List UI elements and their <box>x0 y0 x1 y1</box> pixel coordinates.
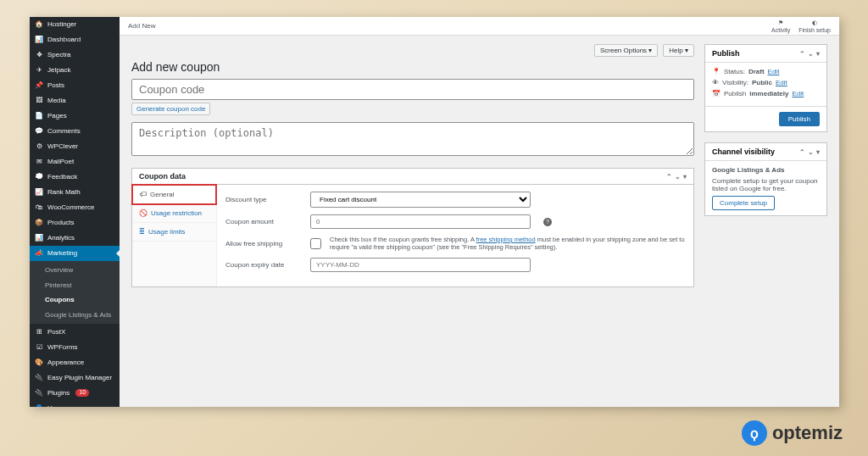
pin-icon: 📍 <box>712 68 721 75</box>
limits-icon: ≣ <box>139 228 145 236</box>
calendar-icon: 📅 <box>712 90 721 97</box>
tab-general[interactable]: 🏷General <box>131 184 217 205</box>
screen-options-button[interactable]: Screen Options ▾ <box>594 44 658 57</box>
sidebar-subitem-coupons[interactable]: Coupons <box>30 292 120 308</box>
page-title: Add new coupon <box>131 60 694 74</box>
menu-icon: 🔌 <box>35 388 43 397</box>
coupon-amount-input[interactable] <box>310 214 531 229</box>
panel-title: Coupon data <box>139 172 186 181</box>
chevron-down-icon[interactable]: ⌄ <box>675 173 681 181</box>
sidebar-item-jetpack[interactable]: ✈Jetpack <box>30 63 120 78</box>
sidebar-item-wpclever[interactable]: ⚙WPClever <box>30 139 120 154</box>
menu-icon: ✈ <box>35 66 43 75</box>
complete-setup-button[interactable]: Complete setup <box>712 196 775 210</box>
tab-usage-restriction[interactable]: 🚫Usage restriction <box>132 204 216 223</box>
menu-icon: 🔌 <box>35 373 43 381</box>
sidebar-item-posts[interactable]: 📌Posts <box>30 78 120 93</box>
top-bar: Add New ⚑Activity ◐Finish setup <box>120 17 839 36</box>
sidebar-item-rank-math[interactable]: 📈Rank Math <box>30 185 120 200</box>
sidebar-item-plugins[interactable]: 🔌Plugins10 <box>30 385 120 400</box>
free-shipping-link[interactable]: free shipping method <box>476 236 536 243</box>
free-shipping-desc: Check this box if the coupon grants free… <box>330 236 685 251</box>
chevron-up-icon[interactable]: ⌃ <box>666 173 672 181</box>
menu-icon: 📄 <box>35 112 43 120</box>
sidebar-item-easy-plugin-manager[interactable]: 🔌Easy Plugin Manager <box>30 370 120 385</box>
menu-icon: 📊 <box>35 36 43 44</box>
generate-coupon-code-button[interactable]: Generate coupon code <box>131 103 210 115</box>
breadcrumb: Add New <box>128 22 155 30</box>
menu-icon: 📦 <box>35 219 43 227</box>
description-textarea[interactable] <box>131 122 694 156</box>
sidebar-item-postx[interactable]: ⊞PostX <box>30 324 120 339</box>
sidebar-item-users[interactable]: 👤Users <box>30 400 120 407</box>
menu-icon: 📣 <box>35 249 43 258</box>
help-icon[interactable] <box>539 218 552 226</box>
toggle-icon[interactable]: ▾ <box>683 173 687 181</box>
menu-icon: 📈 <box>35 188 43 197</box>
menu-icon: ✉ <box>35 158 43 166</box>
sidebar-item-dashboard[interactable]: 📊Dashboard <box>30 32 120 47</box>
menu-icon: ❖ <box>35 51 43 59</box>
sidebar-item-mailpoet[interactable]: ✉MailPoet <box>30 154 120 170</box>
sidebar-item-woocommerce[interactable]: 🛍WooCommerce <box>30 200 120 215</box>
expiry-date-input[interactable] <box>310 258 531 272</box>
publish-panel: Publish ⌃⌄▾ 📍Status: Draft Edit 👁Visibil… <box>704 44 827 132</box>
coupon-amount-label: Coupon amount <box>225 218 302 225</box>
sidebar-item-marketing[interactable]: 📣Marketing <box>30 246 120 261</box>
admin-sidebar: 🏠Hostinger📊Dashboard❖Spectra✈Jetpack📌Pos… <box>30 17 120 407</box>
brand-logo: ϙ optemiz <box>742 420 843 446</box>
sidebar-subitem-google-listings-ads[interactable]: Google Listings & Ads <box>30 308 120 323</box>
sidebar-item-products[interactable]: 📦Products <box>30 215 120 231</box>
free-shipping-checkbox[interactable] <box>310 238 321 249</box>
coupon-code-input[interactable] <box>131 79 694 100</box>
sidebar-item-spectra[interactable]: ❖Spectra <box>30 47 120 63</box>
menu-icon: 🎨 <box>35 358 43 366</box>
discount-type-label: Discount type <box>225 196 302 203</box>
menu-icon: 👤 <box>35 403 43 407</box>
edit-publish-link[interactable]: Edit <box>793 90 804 97</box>
free-shipping-label: Allow free shipping <box>225 240 302 247</box>
sidebar-item-wpforms[interactable]: ☑WPForms <box>30 339 120 354</box>
sidebar-subitem-overview[interactable]: Overview <box>30 263 120 278</box>
menu-icon: 💬 <box>35 127 43 136</box>
tag-icon: 🏷 <box>140 191 147 198</box>
block-icon: 🚫 <box>139 209 147 217</box>
sidebar-item-media[interactable]: 🖼Media <box>30 93 120 108</box>
finish-setup-icon[interactable]: ◐Finish setup <box>798 19 831 33</box>
logo-mark-icon: ϙ <box>742 420 767 446</box>
sidebar-item-pages[interactable]: 📄Pages <box>30 108 120 124</box>
eye-icon: 👁 <box>712 79 719 86</box>
help-button[interactable]: Help ▾ <box>663 44 694 57</box>
sidebar-item-feedback[interactable]: 💭Feedback <box>30 170 120 185</box>
sidebar-item-comments[interactable]: 💬Comments <box>30 124 120 139</box>
menu-icon: 💭 <box>35 173 43 181</box>
channel-visibility-panel: Channel visibility ⌃⌄▾ Google Listings &… <box>704 142 827 216</box>
tab-usage-limits[interactable]: ≣Usage limits <box>132 223 216 242</box>
edit-visibility-link[interactable]: Edit <box>776 79 787 86</box>
menu-icon: 📊 <box>35 234 43 242</box>
sidebar-item-hostinger[interactable]: 🏠Hostinger <box>30 17 120 32</box>
edit-status-link[interactable]: Edit <box>768 68 780 75</box>
menu-icon: ⊞ <box>35 327 43 336</box>
channel-desc: Complete setup to get your coupon listed… <box>712 177 820 192</box>
menu-icon: ☑ <box>35 342 43 351</box>
discount-type-select[interactable]: Fixed cart discount <box>310 192 531 208</box>
menu-icon: ⚙ <box>35 142 43 151</box>
menu-icon: 🛍 <box>35 203 43 212</box>
coupon-data-panel: Coupon data ⌃⌄▾ 🏷General 🚫Usage restrict… <box>131 168 694 287</box>
sidebar-item-appearance[interactable]: 🎨Appearance <box>30 354 120 370</box>
publish-button[interactable]: Publish <box>779 112 820 126</box>
activity-icon[interactable]: ⚑Activity <box>771 19 790 33</box>
menu-icon: 🖼 <box>35 97 43 105</box>
menu-icon: 📌 <box>35 81 43 90</box>
menu-icon: 🏠 <box>35 20 43 29</box>
sidebar-subitem-pinterest[interactable]: Pinterest <box>30 278 120 293</box>
expiry-date-label: Coupon expiry date <box>225 261 302 269</box>
channel-sub: Google Listings & Ads <box>712 166 784 174</box>
sidebar-item-analytics[interactable]: 📊Analytics <box>30 231 120 246</box>
